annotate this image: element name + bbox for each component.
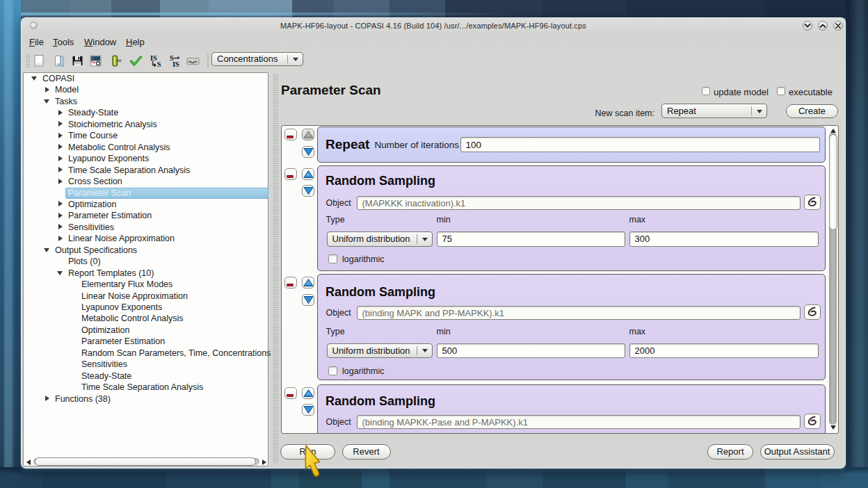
svg-text:↳S: ↳S (151, 60, 161, 67)
svg-text:IS: IS (172, 60, 179, 67)
